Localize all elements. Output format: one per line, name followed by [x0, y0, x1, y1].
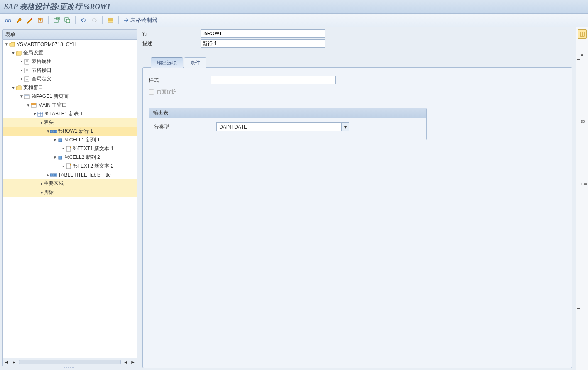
row-type-dropdown[interactable]: DAINTDATE ▾ — [216, 122, 349, 131]
tree-label: %TEXT1 新文本 1 — [73, 145, 113, 152]
tree-label: %TEXT2 新文本 2 — [73, 163, 113, 170]
page-protect-label: 页面保护 — [157, 88, 176, 95]
folder-open-icon — [15, 50, 22, 56]
nav-first-icon[interactable]: ◄ — [4, 359, 10, 365]
svg-point-1 — [8, 19, 11, 22]
detail-pane: 行 描述 输出选项 条件 样式 页面保护 输出表 行类 — [139, 27, 576, 370]
tree-node-root[interactable]: ▼YSMARTFORM0718_CYH — [3, 40, 137, 49]
tree-node-form-iface[interactable]: •表格接口 — [3, 66, 137, 75]
style-input[interactable] — [211, 76, 336, 84]
svg-rect-10 — [66, 19, 70, 23]
create-node-icon[interactable] — [52, 16, 61, 25]
ruler-toggle-icon[interactable] — [578, 29, 587, 39]
text-icon — [65, 163, 72, 170]
tab-conditions[interactable]: 条件 — [184, 57, 206, 68]
tree-node-header-area[interactable]: ▼表头 — [3, 118, 137, 127]
svg-rect-39 — [50, 174, 52, 176]
svg-point-0 — [5, 19, 8, 22]
tree-node-main[interactable]: ▼MAIN 主窗口 — [3, 101, 137, 110]
style-label: 样式 — [149, 77, 211, 84]
field-list-icon[interactable] — [106, 16, 115, 25]
tree-label: %TABLE1 新表 1 — [45, 110, 83, 117]
svg-rect-26 — [31, 103, 36, 105]
svg-rect-37 — [66, 164, 71, 169]
undo-icon[interactable] — [79, 16, 88, 25]
cell-icon — [57, 154, 64, 161]
tree-node-global-defs[interactable]: •全局定义 — [3, 75, 137, 83]
row-type-label: 行类型 — [154, 124, 216, 131]
ruler-scale: 50 100 — [578, 59, 586, 370]
dropdown-arrow-icon[interactable]: ▾ — [341, 123, 349, 131]
tree-label: 表格属性 — [32, 58, 51, 65]
tree-body[interactable]: ▼YSMARTFORM0718_CYH ▼全局设置 •表格属性 •表格接口 •全… — [2, 40, 137, 358]
tree-label: TABLETITLE Table Title — [58, 172, 111, 178]
tree-node-page1[interactable]: ▼%PAGE1 新页面 — [3, 92, 137, 101]
ruler-mark-100: 100 — [581, 182, 587, 186]
splitter-handle[interactable]: ⋯⋯ — [2, 366, 137, 369]
svg-rect-41 — [55, 174, 57, 176]
table-painter-label: 表格绘制器 — [130, 17, 157, 24]
row-icon — [50, 128, 57, 135]
text-icon — [65, 146, 72, 152]
pencil-icon[interactable] — [25, 16, 34, 25]
tree-label: %ROW1 新行 1 — [58, 128, 93, 135]
window-icon — [30, 102, 37, 109]
tree-node-table1[interactable]: ▼%TABLE1 新表 1 — [3, 110, 137, 118]
tree-node-pages[interactable]: ▼页和窗口 — [3, 83, 137, 92]
tree-node-form-attrs[interactable]: •表格属性 — [3, 57, 137, 66]
cell-icon — [57, 137, 64, 144]
arrow-right-icon[interactable]: 表格绘制器 — [122, 16, 158, 25]
output-table-section-title: 输出表 — [149, 108, 426, 118]
tab-output-options[interactable]: 输出选项 — [151, 57, 183, 68]
copy-node-icon[interactable] — [63, 16, 72, 25]
tree-node-main-area[interactable]: ▸主要区域 — [3, 179, 137, 188]
ruler-mark-50: 50 — [581, 119, 585, 124]
activate-icon[interactable] — [36, 16, 45, 25]
tab-content: 样式 页面保护 输出表 行类型 DAINTDATE ▾ — [142, 67, 572, 368]
ruler-up-arrow-icon: ▴ — [581, 51, 583, 58]
ruler-pane: ▴ 50 100 — [576, 27, 588, 370]
nav-next-icon[interactable]: ◂ — [122, 359, 128, 365]
row-field-input[interactable] — [201, 29, 325, 38]
svg-rect-11 — [108, 18, 113, 22]
tree-header: 表单 — [2, 29, 137, 40]
tree-node-row1[interactable]: ▼%ROW1 新行 1 — [3, 127, 137, 136]
row-type-value: DAINTDATE — [217, 124, 341, 130]
tree-node-global[interactable]: ▼全局设置 — [3, 49, 137, 57]
tree-label: 全局设置 — [23, 49, 43, 56]
tree-label: 脚标 — [44, 189, 54, 196]
tree-label: MAIN 主窗口 — [38, 102, 67, 109]
table-icon — [37, 111, 44, 117]
page-protect-checkbox — [149, 89, 154, 95]
tree-node-text2[interactable]: •%TEXT2 新文本 2 — [3, 162, 137, 170]
page-node-icon — [24, 93, 30, 100]
main-toolbar: 表格绘制器 — [0, 14, 588, 27]
svg-rect-31 — [53, 130, 55, 133]
tree-node-text1[interactable]: •%TEXT1 新文本 1 — [3, 144, 137, 153]
tree-node-cell1[interactable]: ▼%CELL1 新列 1 — [3, 136, 137, 144]
tree-hscroll[interactable] — [19, 360, 121, 364]
tree-node-tabletitle[interactable]: ▸TABLETITLE Table Title — [3, 170, 137, 179]
svg-rect-40 — [53, 174, 55, 176]
navigation-tree-pane: 表单 ▼YSMARTFORM0718_CYH ▼全局设置 •表格属性 •表格接口… — [0, 27, 139, 370]
tree-node-cell2[interactable]: ▼%CELL2 新列 2 — [3, 153, 137, 162]
wrench-icon[interactable] — [14, 16, 23, 25]
row-field-label: 行 — [142, 30, 201, 37]
tree-label: %PAGE1 新页面 — [32, 93, 69, 100]
svg-rect-33 — [59, 139, 62, 142]
glasses-icon[interactable] — [3, 16, 12, 25]
window-title: SAP 表格设计器:更改行 %ROW1 — [0, 0, 588, 14]
row-icon — [50, 172, 57, 178]
tree-label: %CELL1 新列 1 — [65, 136, 100, 144]
page-icon — [24, 76, 30, 83]
tree-node-footer[interactable]: ▸脚标 — [3, 188, 137, 197]
tree-label: 全局定义 — [32, 75, 51, 83]
desc-field-input[interactable] — [201, 39, 325, 48]
tree-label: %CELL2 新列 2 — [65, 154, 100, 161]
svg-rect-30 — [50, 130, 52, 133]
nav-prev-icon[interactable]: ▸ — [11, 359, 17, 365]
svg-rect-24 — [24, 95, 29, 96]
page-icon — [24, 67, 30, 74]
redo-icon[interactable] — [90, 16, 99, 25]
nav-last-icon[interactable]: ► — [130, 359, 136, 365]
